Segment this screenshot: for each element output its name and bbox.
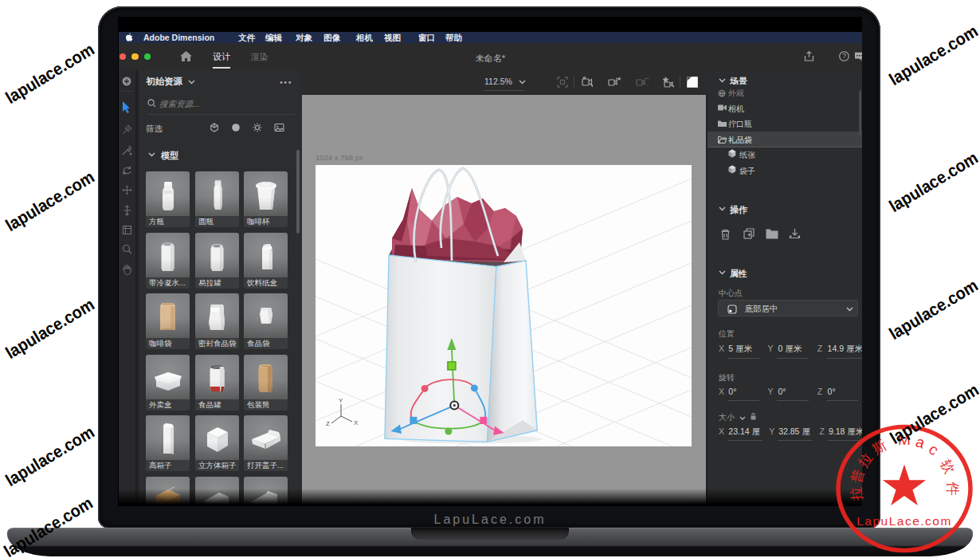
svg-text:?: ? [842, 52, 846, 60]
svg-text:斯: 斯 [870, 438, 889, 458]
svg-text:X: X [354, 419, 359, 426]
svg-text:软: 软 [938, 458, 958, 477]
svg-text:LapuLace.com: LapuLace.com [857, 514, 952, 528]
svg-text:普: 普 [849, 468, 867, 485]
svg-text:件: 件 [945, 482, 960, 496]
svg-text:拉: 拉 [848, 486, 864, 502]
svg-text:Z: Z [326, 420, 330, 427]
svg-text:Y: Y [339, 397, 343, 404]
svg-text:c: c [926, 441, 942, 458]
svg-text:拉: 拉 [855, 450, 876, 471]
